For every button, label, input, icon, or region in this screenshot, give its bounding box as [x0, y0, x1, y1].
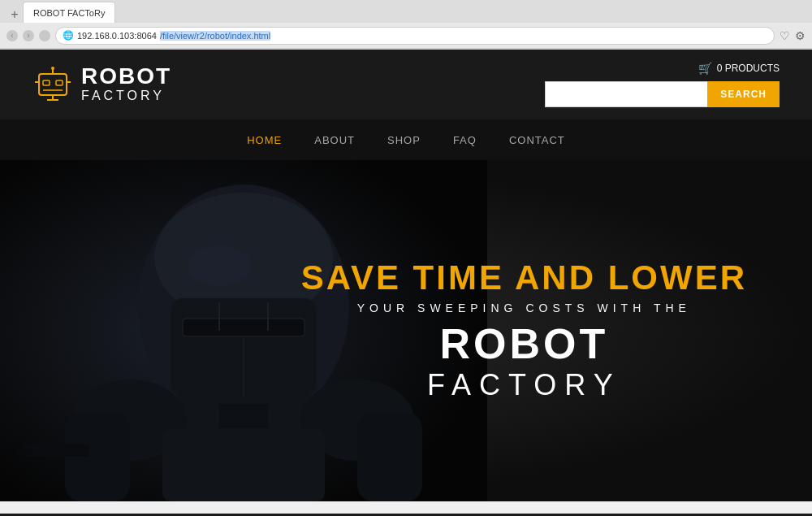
hero-text-area: SAVE TIME AND LOWER YOUR SWEEPING COSTS … [301, 259, 812, 403]
search-area: SEARCH [545, 81, 780, 107]
hero-brand-factory: FACTORY [301, 367, 747, 402]
bottom-strip [0, 501, 812, 514]
nav-links: HOME ABOUT SHOP FAQ CONTACT [247, 132, 565, 147]
hero-brand: ROBOT FACTORY [301, 321, 747, 402]
cart-label: 0 PRODUCTS [717, 63, 780, 74]
svg-rect-22 [24, 444, 89, 457]
back-button[interactable]: ‹ [6, 30, 18, 41]
nav-link-contact[interactable]: CONTACT [509, 134, 565, 146]
nav-item-faq[interactable]: FAQ [453, 132, 477, 147]
svg-rect-14 [183, 319, 304, 336]
svg-rect-2 [56, 80, 63, 85]
nav-link-about[interactable]: ABOUT [314, 134, 355, 146]
svg-rect-1 [43, 80, 50, 85]
logo-text: ROBOT FACTORY [81, 65, 171, 103]
globe-icon: 🌐 [63, 30, 74, 41]
forward-button[interactable]: › [23, 30, 34, 41]
search-input[interactable] [545, 81, 707, 107]
extension-icon[interactable]: ⚙ [795, 29, 806, 42]
site-header: ROBOT FACTORY 🛒 0 PRODUCTS SEARCH [0, 50, 812, 119]
hero-section: SAVE TIME AND LOWER YOUR SWEEPING COSTS … [0, 160, 812, 501]
logo-icon [32, 64, 73, 105]
header-right: 🛒 0 PRODUCTS SEARCH [545, 62, 780, 107]
browser-toolbar: ‹ › ↻ 🌐 192.168.0.103:8064 /file/view/r2… [0, 23, 812, 49]
nav-item-shop[interactable]: SHOP [387, 132, 421, 147]
bookmark-icon[interactable]: ♡ [780, 29, 790, 42]
new-tab-button[interactable]: + [6, 7, 23, 23]
site-navigation: HOME ABOUT SHOP FAQ CONTACT [0, 119, 812, 160]
address-bar[interactable]: 🌐 192.168.0.103:8064 /file/view/r2/robot… [55, 27, 775, 45]
refresh-button[interactable]: ↻ [39, 30, 50, 41]
url-prefix: 192.168.0.103:8064 [77, 31, 157, 41]
nav-link-shop[interactable]: SHOP [387, 134, 421, 146]
tab-label: ROBOT FACToRy [33, 8, 105, 18]
url-highlight: /file/view/r2/robot/index.html [160, 31, 270, 41]
hero-headline: SAVE TIME AND LOWER [301, 259, 747, 297]
nav-item-about[interactable]: ABOUT [314, 132, 355, 147]
logo-area: ROBOT FACTORY [32, 64, 171, 105]
svg-point-28 [187, 245, 252, 286]
browser-chrome: + ROBOT FACToRy ‹ › ↻ 🌐 192.168.0.103:80… [0, 0, 812, 50]
nav-link-faq[interactable]: FAQ [453, 134, 477, 146]
hero-brand-robot: ROBOT [301, 321, 747, 367]
logo-robot-text: ROBOT [81, 65, 171, 88]
hero-subheadline: YOUR SWEEPING COSTS WITH THE [301, 301, 747, 314]
svg-rect-23 [16, 449, 32, 455]
nav-link-home[interactable]: HOME [247, 134, 282, 146]
nav-item-home[interactable]: HOME [247, 132, 282, 147]
search-button[interactable]: SEARCH [707, 81, 780, 107]
cart-area: 🛒 0 PRODUCTS [698, 62, 780, 75]
svg-rect-24 [357, 412, 422, 501]
nav-item-contact[interactable]: CONTACT [509, 132, 565, 147]
website-content: ROBOT FACTORY 🛒 0 PRODUCTS SEARCH HOME A… [0, 50, 812, 514]
svg-point-5 [51, 67, 54, 70]
logo-factory-text: FACTORY [81, 88, 171, 103]
active-tab[interactable]: ROBOT FACToRy [23, 2, 115, 23]
browser-tabs: + ROBOT FACToRy [0, 0, 812, 23]
svg-rect-20 [162, 428, 325, 501]
cart-icon[interactable]: 🛒 [698, 62, 712, 75]
